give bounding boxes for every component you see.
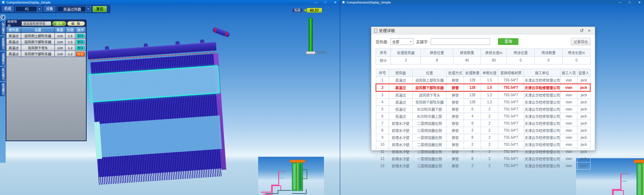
close-icon[interactable]: ✕ <box>333 1 338 4</box>
column-header: 处理数量 <box>464 69 481 77</box>
table-cell: 换管 <box>447 113 464 120</box>
elevation-gauge: 标高 60.57 100% <box>292 8 332 57</box>
repair-column-header: 位置 <box>21 27 55 33</box>
delete-button[interactable]: 删除 <box>76 34 85 38</box>
table-cell: 0 <box>535 57 563 64</box>
column-header: 更换规格材质 <box>498 69 524 77</box>
dialog-titlebar: 处理详细 ↺ × <box>371 27 595 34</box>
elevation-label: 标高 <box>292 8 303 13</box>
table-cell: 13 <box>376 162 389 170</box>
repair-table-row[interactable]: 高温过背风侧下弯头1281.2删除 <box>6 45 86 51</box>
boiler-minimap[interactable] <box>258 157 324 195</box>
app-icon <box>2 1 5 4</box>
table-cell: T91-54*7 <box>498 155 524 162</box>
table-cell: vian <box>560 120 577 127</box>
device-select[interactable]: 高温过热器 ▼ <box>57 6 91 12</box>
maximize-icon[interactable]: □ <box>323 1 328 4</box>
table-cell: jack <box>578 120 590 127</box>
repair-cell-length: 1.5 <box>65 33 75 39</box>
mode-tab-2[interactable]: 更换模式 <box>0 36 5 51</box>
table-cell: T91-54*7 <box>498 162 524 170</box>
column-header: 序号 <box>376 49 391 57</box>
repair-cell-qty: 128 <box>55 39 65 45</box>
table-cell: 2 <box>464 141 481 148</box>
table-cell: 换管 <box>447 155 464 162</box>
reset-button[interactable]: 复位 <box>93 6 107 12</box>
superheater-3d-model[interactable] <box>83 20 234 184</box>
left-toolbar: 机组 #1 ▼ 设备 高温过热器 ▼ 复位 <box>0 5 110 13</box>
gauge-slider-handle[interactable] <box>306 51 315 55</box>
minimize-icon[interactable]: — <box>617 1 622 4</box>
table-row[interactable]: 9前墙水冷壁一层燃烧器右侧换管82T91-54*7天津云华检修管理公司vianj… <box>376 134 590 141</box>
table-cell: jack <box>578 113 590 120</box>
repair-cell-length: 1.5 <box>65 39 75 45</box>
dialog-query-button[interactable]: 查询 <box>498 38 518 45</box>
column-header: 施工单位 <box>524 69 560 77</box>
table-cell: 二层燃烧器左侧 <box>412 141 447 148</box>
table-cell: 高温过 <box>389 91 412 99</box>
table-row[interactable]: 3高温过迎风侧下弯头换管1281.2T91-54*7天津云华检修管理公司vian… <box>376 91 590 99</box>
right-titlebar: ComprehensiveDisplay_Simple — □ ✕ <box>340 0 644 5</box>
table-cell: 前墙水冷壁 <box>389 148 412 155</box>
table-cell: 128 <box>464 77 481 84</box>
query-button[interactable]: 查询 <box>52 21 66 26</box>
keyword-input[interactable] <box>431 38 490 45</box>
surface-filter-select[interactable]: 全部 ▼ <box>390 38 414 45</box>
repair-table-row[interactable]: 高温过迎风侧上部吹灰器1281.5删除 <box>6 33 86 39</box>
table-cell: 天津云华检修管理公司 <box>524 141 560 148</box>
table-cell: 统计 <box>376 57 391 64</box>
table-cell: 8 <box>376 127 389 134</box>
table-cell: 2 <box>481 134 498 141</box>
table-cell: 1.2 <box>481 99 498 106</box>
delete-button[interactable]: 删除 <box>76 40 85 44</box>
edit-button[interactable]: 编 辑 <box>67 21 85 26</box>
table-row[interactable]: 1高温过迎风侧上部吹灰器换管1281.5T91-54*7天津云华检修管理公司vi… <box>376 77 590 84</box>
dialog-close-icon[interactable]: × <box>586 28 592 33</box>
table-row[interactable]: 8前墙水冷壁三层燃烧器右侧换管22T91-54*7天津云华检修管理公司vianj… <box>376 127 590 134</box>
repair-cell-action: 删除 <box>75 33 86 39</box>
table-cell: T91-54*7 <box>498 77 524 84</box>
maximize-icon[interactable]: □ <box>627 1 632 4</box>
repair-cell-surface: 高温过 <box>6 39 21 45</box>
table-cell: vian <box>560 134 577 141</box>
table-row[interactable]: 12前墙水冷壁一层燃烧器左侧换管82T91-54*7天津云华检修管理公司vian… <box>376 155 590 162</box>
table-cell: 12 <box>376 155 389 162</box>
table-cell: 换管 <box>447 120 464 127</box>
app-logo-icon <box>1 15 5 19</box>
table-row[interactable]: 6低温过IK20吹灰器上部换管42T91-54*7天津云华检修管理公司vianj… <box>376 113 590 120</box>
mark-button[interactable]: 标记 <box>76 52 85 56</box>
repair-cell-position: 迎风侧下部吹灰器 <box>21 39 55 45</box>
table-cell: 换管 <box>447 106 464 113</box>
mode-tab-4[interactable]: 氧化模式 <box>0 67 5 81</box>
repair-cell-action: 删除 <box>75 45 86 51</box>
table-cell: vian <box>560 113 577 120</box>
table-row[interactable]: 4高温过背风侧下部吹灰器换管1281.2T91-54*7天津云华检修管理公司vi… <box>376 99 590 106</box>
table-row[interactable]: 13前墙水冷壁三层燃烧器左侧换管22T91-54*7天津云华检修管理公司vian… <box>376 162 590 170</box>
table-cell: 三层燃烧器左侧 <box>412 148 447 155</box>
mode-tab-3[interactable]: 减薄模式 <box>0 52 5 66</box>
table-row[interactable]: 10前墙水冷壁二层燃烧器左侧换管22T91-54*7天津云华检修管理公司vian… <box>376 141 590 148</box>
table-row[interactable]: 统计284080000 <box>376 57 591 64</box>
mode-tab-1[interactable]: 标记模式 <box>0 21 5 35</box>
minimize-icon[interactable]: — <box>313 1 318 4</box>
table-row[interactable]: 7前墙水冷壁二层燃烧器右侧换管82T91-54*7天津云华检修管理公司vianj… <box>376 120 590 127</box>
gauge-bar[interactable] <box>309 17 313 52</box>
table-cell: 2 <box>481 120 498 127</box>
close-icon[interactable]: ✕ <box>637 1 642 4</box>
table-cell: 128 <box>464 84 481 91</box>
table-cell: 二层燃烧器右侧 <box>412 120 447 127</box>
repair-item-select[interactable]: 请选择检修项目 <box>22 21 51 26</box>
table-cell: 11 <box>376 148 389 155</box>
repair-table-row[interactable]: 高温过迎风侧下部吹灰器1281.5删除 <box>6 39 86 45</box>
table-cell: 2 <box>481 113 498 120</box>
export-records-button[interactable]: 记录导出 <box>571 38 591 45</box>
highlighted-table-row[interactable]: 2高温过迎风侧下部吹灰器换管1281.5T91-54*7天津云华检修管理公司vi… <box>376 84 590 91</box>
table-cell: 天津云华检修管理公司 <box>524 84 560 91</box>
table-row[interactable]: 11前墙水冷壁三层燃烧器左侧换管82T91-54*7天津云华检修管理公司vian… <box>376 148 590 155</box>
table-row[interactable]: 5低温过IK20吹灰器下部换管62T91-54*7天津云华检修管理公司vianj… <box>376 106 590 113</box>
unit-select[interactable]: #1 ▼ <box>15 6 42 12</box>
delete-button[interactable]: 删除 <box>76 46 85 50</box>
restore-icon[interactable]: ↺ <box>579 28 585 33</box>
mode-tab-5[interactable]: 壁温模式 <box>0 82 5 96</box>
repair-table-row[interactable]: 高温过背风侧下部吹灰器1281.2标记 <box>6 51 86 57</box>
